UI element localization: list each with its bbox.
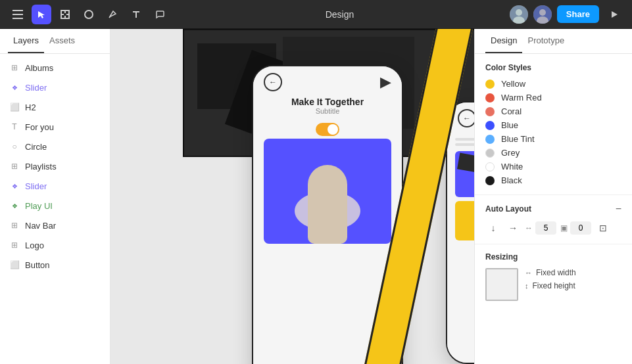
sidebar-item-nav-bar[interactable]: ⊞ Nav Bar — [0, 216, 110, 235]
color-name-grey: Grey — [501, 148, 520, 158]
share-button[interactable]: Share — [557, 5, 599, 23]
resizing-preview — [485, 268, 518, 301]
sidebar-item-h2[interactable]: ⬜ H2 — [0, 97, 110, 117]
color-row-white: White — [485, 162, 621, 171]
sidebar-item-albums[interactable]: ⊞ Albums — [0, 58, 110, 78]
color-dot-blue-tint — [485, 135, 495, 144]
rs-options: ↔ Fixed width ↕ Fixed height — [525, 268, 576, 290]
song-title: Make It Together — [264, 97, 391, 107]
component-icon-1: ❖ — [9, 82, 20, 93]
main-area: Layers Assets ⊞ Albums ❖ Slider ⬜ H2 T F… — [0, 29, 632, 364]
auto-layout-title: Auto Layout — [485, 204, 531, 214]
color-row-yellow: Yellow — [485, 79, 621, 89]
grid-icon-2: ⊞ — [9, 161, 20, 171]
svg-marker-16 — [612, 11, 618, 18]
back-button-2[interactable]: ← — [458, 109, 474, 127]
sidebar-item-playlists[interactable]: ⊞ Playlists — [0, 156, 110, 176]
rs-option-fixed-height[interactable]: ↕ Fixed height — [525, 281, 576, 290]
sidebar-item-label: H2 — [25, 102, 36, 112]
color-row-blue: Blue — [485, 120, 621, 130]
al-collapse-icon[interactable]: − — [616, 203, 621, 215]
sidebar-item-for-you[interactable]: T For you — [0, 117, 110, 137]
color-dot-yellow — [485, 80, 495, 89]
canvas[interactable]: Headline NEW! — [110, 29, 474, 364]
tab-prototype[interactable]: Prototype — [522, 29, 570, 53]
pen-tool-icon[interactable] — [103, 5, 122, 24]
al-direction-down-icon[interactable]: ↓ — [485, 220, 501, 236]
text-tool-icon[interactable] — [126, 5, 146, 24]
move-tool-icon[interactable] — [32, 5, 51, 24]
al-padding-group: ▣ — [560, 221, 591, 235]
sidebar-item-circle[interactable]: ○ Circle — [0, 137, 110, 156]
color-row-blue-tint: Blue Tint — [485, 134, 621, 144]
avatar-1 — [510, 5, 528, 24]
svg-rect-0 — [12, 10, 23, 11]
tab-design[interactable]: Design — [485, 29, 522, 53]
component-tool-icon[interactable] — [79, 5, 99, 24]
svg-point-11 — [516, 9, 522, 16]
text-icon: T — [9, 122, 20, 132]
rs-option-fixed-width[interactable]: ↔ Fixed width — [525, 268, 576, 277]
color-name-warm-red: Warm Red — [501, 93, 542, 102]
toolbar-left — [8, 5, 170, 24]
al-direction-right-icon[interactable]: → — [505, 220, 521, 236]
al-spacing-group: ↔ — [525, 221, 556, 235]
phone-1-header: ← ▶ — [253, 66, 402, 94]
toolbar: Design Share — [0, 0, 632, 29]
sidebar-item-label: Slider — [25, 181, 47, 191]
color-dot-warm-red — [485, 93, 495, 102]
toggle-switch[interactable] — [316, 123, 339, 136]
chat-tool-icon[interactable] — [150, 5, 170, 24]
sidebar-item-label: For you — [25, 122, 54, 132]
grid-icon-4: ⊞ — [9, 240, 20, 250]
component-icon-3: ❖ — [9, 200, 20, 211]
sidebar-tabs: Layers Assets — [0, 29, 110, 54]
sidebar-item-label: Playlists — [25, 162, 57, 171]
al-padding-input[interactable] — [570, 221, 591, 235]
menu-icon[interactable] — [8, 5, 28, 24]
rs-fixed-height-label: Fixed height — [533, 281, 575, 290]
mini-yellow-card: Op — [455, 201, 474, 240]
sidebar-item-button[interactable]: ⬜ Button — [0, 255, 110, 275]
music-note-1: ▶ — [380, 74, 391, 91]
toolbar-right: Share — [510, 5, 624, 24]
frame-icon-2: ⬜ — [9, 260, 20, 270]
frame-icon: ⬜ — [9, 102, 20, 112]
color-styles-title: Color Styles — [485, 63, 621, 72]
sidebar-item-label: Nav Bar — [25, 221, 56, 231]
tab-assets[interactable]: Assets — [44, 29, 80, 53]
sidebar-item-label: Albums — [25, 63, 53, 73]
al-align-icon[interactable]: ⊡ — [595, 220, 611, 236]
sidebar-item-label: Play UI — [25, 201, 53, 211]
sidebar-item-label: Slider — [25, 83, 47, 93]
mini-cards-top: ▶ — [455, 151, 474, 197]
color-row-coral: Coral — [485, 106, 621, 116]
color-name-black: Black — [501, 175, 522, 185]
frame-tool-icon[interactable] — [55, 5, 75, 24]
color-styles-section: Color Styles Yellow Warm Red Coral Blue — [475, 54, 632, 195]
auto-layout-section: Auto Layout − ↓ → ↔ ▣ ⊡ — [475, 195, 632, 244]
avatar-2 — [533, 5, 552, 24]
back-button-1[interactable]: ← — [264, 73, 282, 91]
sidebar-item-play-ui[interactable]: ❖ Play UI — [0, 196, 110, 216]
color-name-coral: Coral — [501, 106, 522, 116]
color-name-blue: Blue — [501, 120, 518, 130]
song-subtitle: Subtitle — [264, 107, 391, 115]
rs-box-group: ↔ Fixed width ↕ Fixed height — [485, 268, 621, 301]
svg-marker-3 — [38, 11, 45, 18]
play-icon[interactable] — [604, 5, 624, 24]
grid-icon: ⊞ — [9, 62, 20, 73]
svg-point-9 — [85, 11, 93, 18]
color-name-yellow: Yellow — [501, 79, 525, 89]
album-art-area — [264, 139, 391, 244]
sidebar-item-logo[interactable]: ⊞ Logo — [0, 235, 110, 255]
tab-layers[interactable]: Layers — [8, 29, 44, 53]
sidebar-item-slider-1[interactable]: ❖ Slider — [0, 78, 110, 97]
color-dot-white — [485, 162, 495, 171]
person-silhouette — [308, 165, 347, 244]
sidebar-item-slider-2[interactable]: ❖ Slider — [0, 176, 110, 196]
svg-rect-2 — [12, 18, 23, 19]
color-dot-blue — [485, 121, 495, 130]
component-icon-2: ❖ — [9, 181, 20, 191]
al-spacing-input[interactable] — [535, 221, 556, 235]
